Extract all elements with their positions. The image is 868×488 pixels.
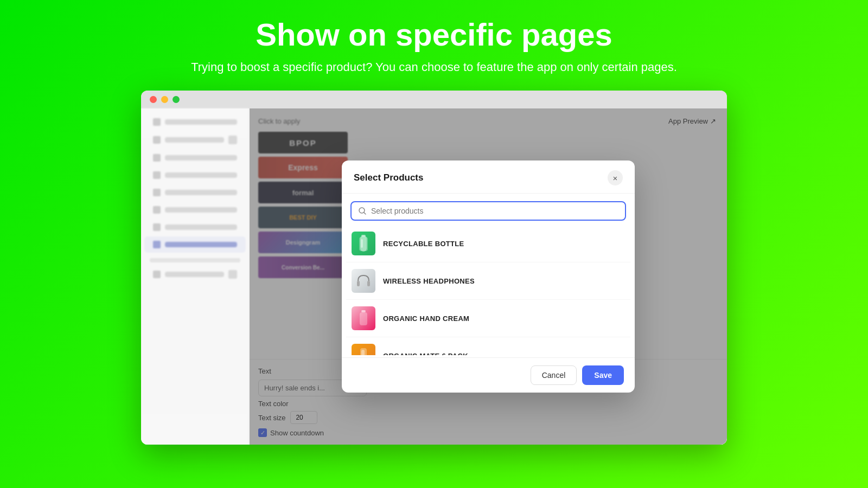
svg-rect-7 <box>361 310 366 312</box>
product-list: RECYCLABLE BOTTLE WIRELESS HEADPHONES <box>342 225 635 355</box>
select-products-modal: Select Products × <box>342 160 635 393</box>
svg-rect-4 <box>361 239 363 248</box>
window-titlebar <box>141 91 727 108</box>
sidebar-icon-6 <box>153 223 161 231</box>
traffic-light-green[interactable] <box>173 96 180 103</box>
sidebar-item-2[interactable] <box>144 150 246 166</box>
cancel-button[interactable]: Cancel <box>531 365 577 385</box>
modal-overlay: Select Products × <box>250 108 727 445</box>
sidebar-label-online-store <box>165 272 224 277</box>
modal-search-wrapper <box>342 194 635 225</box>
sidebar-item-online-store[interactable] <box>144 266 246 283</box>
app-window: Click to apply BPOP Express formal BEST … <box>141 91 727 445</box>
sidebar-label-1 <box>165 137 224 143</box>
svg-rect-5 <box>357 281 360 286</box>
sidebar <box>141 108 250 445</box>
main-area: Click to apply BPOP Express formal BEST … <box>250 108 727 445</box>
modal-header: Select Products × <box>342 160 635 194</box>
sidebar-item-0[interactable] <box>144 114 246 130</box>
product-thumb-recyclable-bottle <box>352 232 375 255</box>
sidebar-section-label <box>150 258 240 262</box>
sidebar-label-4 <box>165 190 237 195</box>
sidebar-label-apps <box>165 242 237 247</box>
page-title: Show on specific pages <box>256 16 612 53</box>
svg-line-1 <box>364 213 366 215</box>
modal-footer: Cancel Save <box>342 357 635 393</box>
product-thumb-organic-hand-cream <box>352 306 375 330</box>
product-item-organic-mate[interactable]: ORGANIC MATE 6 PACK <box>346 337 630 355</box>
page-subtitle: Trying to boost a specific product? You … <box>191 60 677 74</box>
sidebar-badge-1 <box>228 136 237 144</box>
svg-rect-8 <box>360 312 367 325</box>
sidebar-icon-4 <box>153 189 161 196</box>
sidebar-item-3[interactable] <box>144 167 246 183</box>
sidebar-item-4[interactable] <box>144 184 246 201</box>
svg-rect-10 <box>361 350 365 355</box>
search-input[interactable] <box>371 207 618 215</box>
product-item-organic-hand-cream[interactable]: ORGANIC HAND CREAM <box>346 300 630 337</box>
product-name-wireless-headphones: WIRELESS HEADPHONES <box>383 277 475 285</box>
sidebar-label-3 <box>165 172 237 178</box>
svg-rect-6 <box>367 281 370 286</box>
sidebar-icon-2 <box>153 154 161 162</box>
modal-title: Select Products <box>354 172 424 183</box>
sidebar-icon-1 <box>153 136 161 144</box>
traffic-light-red[interactable] <box>150 96 157 103</box>
traffic-light-yellow[interactable] <box>161 96 168 103</box>
sidebar-label-0 <box>165 119 237 125</box>
sidebar-icon-0 <box>153 118 161 126</box>
sidebar-item-5[interactable] <box>144 202 246 218</box>
sidebar-icon-5 <box>153 206 161 214</box>
sidebar-item-apps[interactable] <box>144 236 246 253</box>
product-item-recyclable-bottle[interactable]: RECYCLABLE BOTTLE <box>346 225 630 262</box>
product-item-wireless-headphones[interactable]: WIRELESS HEADPHONES <box>346 262 630 300</box>
product-name-organic-hand-cream: ORGANIC HAND CREAM <box>383 314 469 323</box>
product-thumb-organic-mate <box>352 344 375 355</box>
save-button[interactable]: Save <box>582 365 624 385</box>
window-content: Click to apply BPOP Express formal BEST … <box>141 108 727 445</box>
sidebar-label-6 <box>165 224 237 230</box>
svg-rect-2 <box>361 235 366 237</box>
search-box <box>350 201 626 221</box>
svg-rect-3 <box>359 237 368 251</box>
product-thumb-wireless-headphones <box>352 269 375 293</box>
sidebar-item-1[interactable] <box>144 131 246 149</box>
sidebar-label-5 <box>165 207 237 213</box>
product-name-organic-mate: ORGANIC MATE 6 PACK <box>383 352 468 356</box>
modal-close-button[interactable]: × <box>608 170 623 185</box>
sidebar-label-2 <box>165 155 237 160</box>
sidebar-badge-online-store <box>228 270 237 279</box>
sidebar-icon-online-store <box>153 271 161 278</box>
sidebar-item-6[interactable] <box>144 219 246 235</box>
product-name-recyclable-bottle: RECYCLABLE BOTTLE <box>383 240 464 248</box>
search-icon <box>358 207 367 215</box>
sidebar-icon-3 <box>153 171 161 179</box>
sidebar-icon-apps <box>153 241 161 248</box>
